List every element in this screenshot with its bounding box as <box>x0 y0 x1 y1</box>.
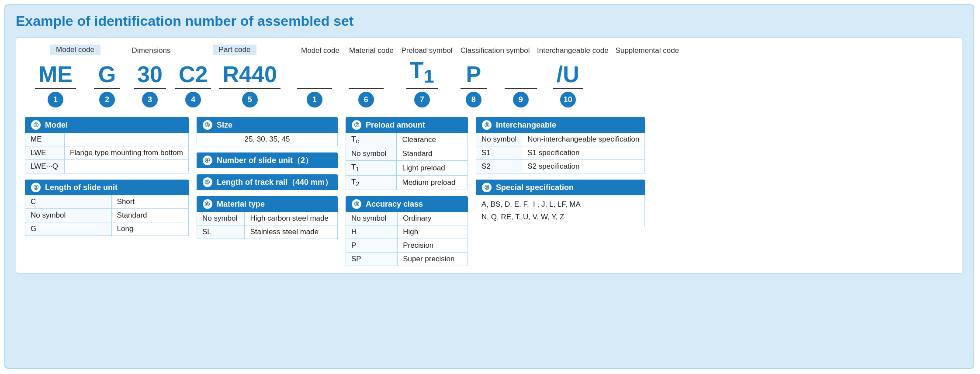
mat-val-1: High carbon steel made <box>245 212 338 225</box>
table-row: C Short <box>25 195 189 209</box>
col-left: ① Model ME LWE Flange type mounting from… <box>25 117 189 266</box>
table-model: ① Model ME LWE Flange type mounting from… <box>25 117 189 173</box>
label-supplemental-code: Supplemental code <box>616 46 679 55</box>
code-30: 30 3 <box>132 62 167 107</box>
table-row: P Precision <box>346 239 468 253</box>
preload-val-2: Standard <box>397 147 468 161</box>
code-blank1: __ 1 <box>293 62 336 107</box>
int-sym-2: S1 <box>476 146 522 160</box>
circle-model: ① <box>30 119 42 131</box>
code-u-val: /U <box>553 62 583 89</box>
code-blank9: __ 9 <box>503 62 538 107</box>
table-size: ③ Size 25, 30, 35, 45 <box>197 117 338 146</box>
preload-val-1: Clearance <box>397 133 468 147</box>
len-val-1: Short <box>111 195 188 209</box>
table-material-title: ⑥ Material type <box>197 196 338 212</box>
label-material-code: Material code <box>349 46 394 55</box>
table-row: Tc Clearance <box>346 133 468 147</box>
table-accuracy: ⑧ Accuracy class No symbol Ordinary H Hi… <box>346 196 468 266</box>
size-val: 25, 30, 35, 45 <box>197 133 337 146</box>
len-sym-2: No symbol <box>25 209 112 222</box>
table-track-title: ⑤ Length of track rail（440 mm） <box>197 174 338 190</box>
label-model-code-2-text: Model code <box>301 46 339 55</box>
length-slide-table: C Short No symbol Standard G Long <box>25 195 189 236</box>
label-preload-symbol: Preload symbol <box>401 46 453 55</box>
table-special: ⑩ Special specification A, BS, D, E, F, … <box>476 180 645 227</box>
label-interchangeable-code: Interchangeable code <box>537 46 609 55</box>
model-val-3 <box>65 160 189 173</box>
material-table: No symbol High carbon steel made SL Stai… <box>197 212 338 239</box>
table-accuracy-title: ⑧ Accuracy class <box>346 196 468 212</box>
circle-9: 9 <box>513 92 529 107</box>
table-row: S2 S2 specification <box>476 160 645 173</box>
table-special-title: ⑩ Special specification <box>476 180 645 195</box>
table-row: S1 S1 specification <box>476 146 645 160</box>
code-30-val: 30 <box>134 62 166 89</box>
preload-sym-3: T1 <box>346 161 397 175</box>
model-val-2: Flange type mounting from bottom <box>65 146 189 160</box>
acc-sym-3: P <box>346 239 398 253</box>
code-p-val: P <box>461 62 487 89</box>
label-classification-symbol: Classification symbol <box>460 46 530 55</box>
preload-val-3: Light preload <box>397 161 468 175</box>
code-r440: R440 5 <box>219 62 280 107</box>
int-sym-3: S2 <box>476 160 522 173</box>
len-sym-1: C <box>25 195 112 209</box>
table-row: A, BS, D, E, F, I , J, L, LF, MAN, Q, RE… <box>476 195 645 227</box>
circle-num-slide: ④ <box>202 155 213 166</box>
table-material: ⑥ Material type No symbol High carbon st… <box>197 196 338 239</box>
accuracy-table: No symbol Ordinary H High P Precision <box>346 212 468 266</box>
len-sym-3: G <box>25 222 112 236</box>
table-row: No symbol High carbon steel made <box>197 212 337 225</box>
table-row: No symbol Standard <box>25 209 189 222</box>
len-val-3: Long <box>111 222 188 236</box>
table-row: G Long <box>25 222 189 236</box>
acc-sym-1: No symbol <box>346 212 398 225</box>
table-row: No symbol Non-interchangeable specificat… <box>476 133 645 146</box>
table-num-slide: ④ Number of slide unit（2） <box>197 152 338 168</box>
code-r440-val: R440 <box>219 62 280 89</box>
code-blank9-val: __ <box>505 62 537 89</box>
label-dimensions-text: Dimensions <box>132 46 171 55</box>
table-row: SP Super precision <box>346 253 468 266</box>
int-val-3: S2 specification <box>522 160 645 173</box>
circle-1b: 1 <box>307 92 322 107</box>
circle-4: 4 <box>185 92 201 107</box>
table-row: ME <box>25 133 189 146</box>
label-interchange-text: Interchangeable code <box>537 46 609 55</box>
circle-special: ⑩ <box>481 182 492 193</box>
circle-2: 2 <box>99 92 115 107</box>
table-row: 25, 30, 35, 45 <box>197 133 337 146</box>
code-g-val: G <box>94 62 120 89</box>
model-sym-1: ME <box>25 133 65 146</box>
code-t1-val: T1 <box>406 58 438 89</box>
table-row: No symbol Standard <box>346 147 468 161</box>
circle-7: 7 <box>414 92 430 107</box>
mat-sym-2: SL <box>197 225 244 239</box>
circle-interchange: ⑨ <box>481 119 492 131</box>
circle-10: 10 <box>560 92 576 107</box>
len-val-2: Standard <box>111 209 188 222</box>
table-row: No symbol Ordinary <box>346 212 468 225</box>
acc-val-4: Super precision <box>398 253 468 266</box>
preload-table: Tc Clearance No symbol Standard T1 Light… <box>346 133 468 190</box>
circle-3: 3 <box>142 92 158 107</box>
special-val: A, BS, D, E, F, I , J, L, LF, MAN, Q, RE… <box>476 195 645 227</box>
table-size-title: ③ Size <box>197 117 338 133</box>
table-row: H High <box>346 225 468 239</box>
code-u: /U 10 <box>551 62 585 107</box>
acc-sym-2: H <box>346 225 398 239</box>
table-preload: ⑦ Preload amount Tc Clearance No symbol … <box>346 117 468 190</box>
circle-1a: 1 <box>48 92 63 107</box>
int-val-2: S1 specification <box>522 146 645 160</box>
label-model-code-1: Model code <box>29 45 121 55</box>
preload-sym-4: T2 <box>346 175 397 190</box>
code-p: P 8 <box>456 62 491 107</box>
code-me: ME 1 <box>29 62 82 107</box>
table-interchange-title: ⑨ Interchangeable <box>476 117 645 133</box>
model-val-1 <box>65 133 189 146</box>
table-num-slide-title: ④ Number of slide unit（2） <box>197 152 338 168</box>
mat-sym-1: No symbol <box>197 212 244 225</box>
circle-track: ⑤ <box>202 177 213 188</box>
model-sym-3: LWE···Q <box>25 160 65 173</box>
